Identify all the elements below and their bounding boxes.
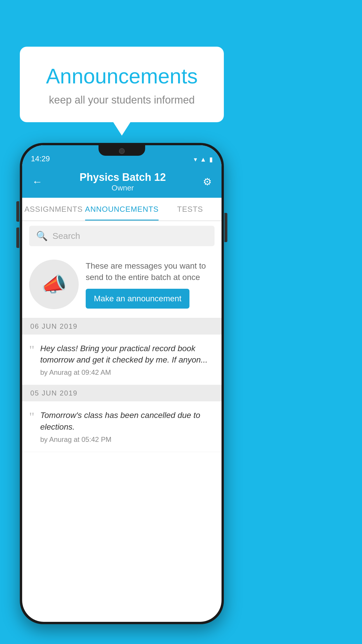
battery-icon: ▮ [209,156,213,163]
announcement-text-2: Tomorrow's class has been cancelled due … [40,410,215,432]
quote-icon-2: " [29,411,34,424]
back-button[interactable]: ← [29,173,45,191]
front-camera [119,148,125,154]
content-area: 🔍 Search 📣 These are messages you want t… [22,221,222,452]
announcement-meta-2: by Anurag at 05:42 PM [40,435,215,444]
promo-icon-circle: 📣 [29,260,79,309]
phone-notch [99,145,145,156]
wifi-icon: ▾ [194,156,197,163]
announcement-promo: 📣 These are messages you want to send to… [22,251,222,318]
volume-down-button[interactable] [16,228,19,248]
tab-tests[interactable]: TESTS [159,198,222,220]
announcement-meta-1: by Anurag at 09:42 AM [40,368,215,377]
phone-outer: 14:29 ▾ ▲ ▮ ← Physics Batch 12 Owner ⚙ [20,143,224,624]
megaphone-icon: 📣 [41,272,67,296]
speech-bubble-wrapper: Announcements keep all your students inf… [20,47,224,122]
announcements-subtitle: keep all your students informed [34,94,209,106]
power-button[interactable] [224,213,227,242]
search-icon: 🔍 [36,230,48,242]
announcement-content-2: Tomorrow's class has been cancelled due … [40,410,215,443]
gear-icon[interactable]: ⚙ [200,173,215,190]
app-bar: ← Physics Batch 12 Owner ⚙ [22,166,222,198]
announcements-title: Announcements [34,64,209,88]
search-bar[interactable]: 🔍 Search [29,226,215,246]
volume-up-button[interactable] [16,201,19,222]
make-announcement-button[interactable]: Make an announcement [86,289,189,309]
status-icons: ▾ ▲ ▮ [194,156,213,163]
speech-bubble: Announcements keep all your students inf… [20,47,224,122]
search-bar-wrapper: 🔍 Search [22,221,222,251]
promo-right: These are messages you want to send to t… [86,260,215,309]
batch-role: Owner [45,183,200,192]
date-divider-1: 06 JUN 2019 [22,318,222,335]
announcement-item-2[interactable]: " Tomorrow's class has been cancelled du… [22,401,222,452]
phone-wrapper: 14:29 ▾ ▲ ▮ ← Physics Batch 12 Owner ⚙ [20,143,224,624]
signal-icon: ▲ [200,156,206,163]
date-divider-2: 05 JUN 2019 [22,385,222,401]
app-bar-title: Physics Batch 12 Owner [45,171,200,192]
tab-assignments[interactable]: ASSIGNMENTS [22,198,85,220]
batch-name: Physics Batch 12 [45,171,200,183]
search-placeholder: Search [52,231,80,241]
promo-description: These are messages you want to send to t… [86,260,215,283]
quote-icon-1: " [29,344,34,357]
phone-screen: 14:29 ▾ ▲ ▮ ← Physics Batch 12 Owner ⚙ [22,145,222,622]
announcement-item-1[interactable]: " Hey class! Bring your practical record… [22,335,222,385]
announcement-text-1: Hey class! Bring your practical record b… [40,343,215,365]
tab-announcements[interactable]: ANNOUNCEMENTS [85,198,159,220]
announcement-content-1: Hey class! Bring your practical record b… [40,343,215,377]
tabs-bar: ASSIGNMENTS ANNOUNCEMENTS TESTS [22,198,222,221]
status-time: 14:29 [31,154,50,163]
